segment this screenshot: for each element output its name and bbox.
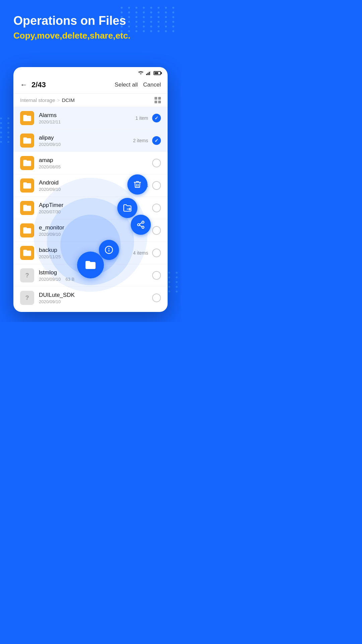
checkbox[interactable] xyxy=(152,293,161,302)
file-info: Android 2020/09/10 xyxy=(39,179,133,192)
svg-rect-2 xyxy=(147,73,148,75)
file-icon: ? xyxy=(20,268,34,282)
file-date: 2020/09/10 xyxy=(39,142,133,147)
checkbox[interactable] xyxy=(152,181,161,190)
svg-line-9 xyxy=(139,225,142,227)
folder-icon xyxy=(20,111,34,125)
folder-icon xyxy=(20,133,34,148)
breadcrumb-root[interactable]: Internal storage xyxy=(20,97,55,103)
svg-rect-1 xyxy=(146,74,147,75)
page-subtitle: Copy,move,delete,share,etc. xyxy=(13,31,168,41)
checkbox[interactable] xyxy=(152,271,161,280)
select-all-button[interactable]: Select all xyxy=(115,82,138,88)
checkbox[interactable] xyxy=(152,159,161,167)
file-size: 2 items xyxy=(133,138,148,143)
phone-card: ← 2/43 Select all Cancel Internal storag… xyxy=(13,67,168,312)
file-info: e_monitor 2020/09/10 xyxy=(39,224,135,237)
page-title: Operations on Files xyxy=(13,13,168,28)
breadcrumb-current: DCIM xyxy=(62,97,74,103)
svg-rect-4 xyxy=(150,71,151,75)
file-icon: ? xyxy=(20,291,34,305)
checkbox[interactable] xyxy=(152,204,161,212)
list-item[interactable]: Alarms 2020/12/11 1 item xyxy=(13,107,168,129)
signal-icon xyxy=(146,70,151,76)
list-item[interactable]: alipay 2020/09/10 2 items xyxy=(13,129,168,152)
folder-icon xyxy=(20,156,34,170)
checkbox[interactable] xyxy=(152,114,161,122)
fab-main-button[interactable] xyxy=(77,252,104,278)
cancel-button[interactable]: Cancel xyxy=(143,82,161,88)
folder-icon xyxy=(20,201,34,215)
file-name: Android xyxy=(39,179,133,186)
file-date: 2020/12/11 xyxy=(39,119,135,124)
back-button[interactable]: ← xyxy=(20,80,27,89)
file-info: DUILute_SDK 2020/09/10 xyxy=(39,292,152,304)
svg-line-10 xyxy=(139,223,142,224)
selection-count: 2/43 xyxy=(32,80,115,89)
file-info: amap 2020/08/05 xyxy=(39,157,148,169)
file-name: alipay xyxy=(39,135,133,141)
svg-rect-3 xyxy=(149,72,150,75)
file-size: 1 item xyxy=(135,115,148,121)
file-name: amap xyxy=(39,157,148,164)
folder-icon xyxy=(20,246,34,260)
file-date: 2020/09/10 xyxy=(39,187,133,192)
file-info: alipay 2020/09/10 xyxy=(39,135,133,147)
folder-icon xyxy=(20,178,34,193)
wifi-icon xyxy=(138,70,143,76)
list-item[interactable]: ? DUILute_SDK 2020/09/10 xyxy=(13,287,168,305)
folder-icon xyxy=(20,223,34,237)
file-size: 4 items xyxy=(133,250,148,256)
page-header: Operations on Files Copy,move,delete,sha… xyxy=(13,13,168,41)
battery-icon xyxy=(154,70,161,76)
file-date: 2020/09/10 xyxy=(39,299,152,304)
file-date: 2020/08/05 xyxy=(39,164,148,169)
file-name: DUILute_SDK xyxy=(39,292,152,299)
toolbar: ← 2/43 Select all Cancel xyxy=(13,78,168,94)
info-button[interactable] xyxy=(99,240,119,260)
file-name: Alarms xyxy=(39,112,135,119)
checkbox[interactable] xyxy=(152,136,161,145)
svg-marker-0 xyxy=(140,73,142,74)
breadcrumb-separator: > xyxy=(57,98,60,103)
file-date: 2020/09/10 xyxy=(39,232,135,237)
file-name: e_monitor xyxy=(39,224,135,231)
move-button[interactable] xyxy=(117,198,137,218)
status-bar xyxy=(13,67,168,78)
checkbox[interactable] xyxy=(152,249,161,257)
delete-button[interactable] xyxy=(127,174,147,195)
share-button[interactable] xyxy=(131,215,151,235)
breadcrumb: Internal storage > DCIM xyxy=(13,94,168,107)
grid-view-button[interactable] xyxy=(155,97,161,103)
checkbox[interactable] xyxy=(152,226,161,235)
list-item[interactable]: amap 2020/08/05 xyxy=(13,152,168,174)
file-info: Alarms 2020/12/11 xyxy=(39,112,135,124)
